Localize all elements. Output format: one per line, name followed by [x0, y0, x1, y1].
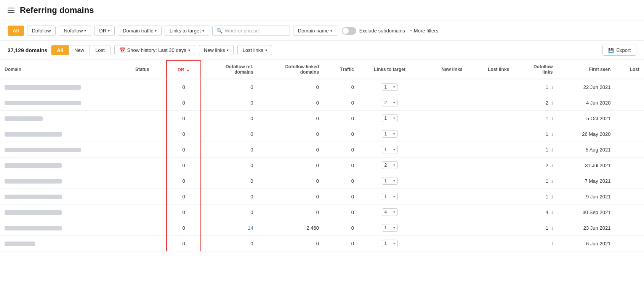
- first-seen-cell: 22 Jun 2021: [557, 79, 615, 95]
- menu-icon[interactable]: [8, 8, 14, 13]
- sort-arrow-icon: ▲: [186, 68, 190, 72]
- export-btn[interactable]: 💾 Export: [602, 45, 636, 56]
- links-to-target-cell: 1 ▾: [359, 173, 421, 189]
- new-links-cell: [421, 126, 467, 142]
- dofollow-linked-cell: 0: [258, 95, 324, 111]
- first-seen-cell: 23 Jun 2021: [557, 220, 615, 236]
- first-seen-cell: 4 Jun 2020: [557, 95, 615, 111]
- show-history-btn[interactable]: 📅 Show history: Last 30 days ▾: [114, 45, 195, 55]
- filter-links-to-target-btn[interactable]: Links to target ▾: [165, 26, 209, 36]
- info-icon[interactable]: ℹ: [551, 116, 553, 121]
- lost-links-cell: [467, 79, 514, 95]
- links-to-target-dropdown[interactable]: 1 ▾: [382, 130, 398, 138]
- traffic-cell: 0: [324, 189, 359, 205]
- domain-blur: [5, 101, 81, 105]
- domain-cell: [0, 173, 131, 189]
- dofollow-linked-cell: 0: [258, 142, 324, 158]
- col-dofollow-linked: Dofollow linkeddomains: [258, 60, 324, 79]
- first-seen-cell: 31 Jul 2021: [557, 158, 615, 173]
- exclude-subdomains-toggle[interactable]: [342, 27, 356, 35]
- dofollow-links-cell: 1 ℹ: [514, 111, 557, 126]
- dr-cell: 0: [167, 173, 201, 189]
- dofollow-ref-cell: 0: [201, 142, 258, 158]
- links-to-target-dropdown[interactable]: 2 ▾: [382, 99, 398, 106]
- domain-cell: [0, 79, 131, 95]
- info-icon[interactable]: ℹ: [551, 101, 553, 105]
- links-to-target-cell: 1 ▾: [359, 142, 421, 158]
- links-to-target-dropdown[interactable]: 4 ▾: [382, 208, 398, 216]
- domain-blur: [5, 210, 62, 215]
- links-to-target-cell: 2 ▾: [359, 95, 421, 111]
- chevron-down-icon: ▾: [393, 195, 395, 198]
- filter-dofollow-btn[interactable]: Dofollow: [27, 26, 56, 36]
- info-icon[interactable]: ℹ: [551, 132, 553, 137]
- links-to-target-dropdown[interactable]: 1 ▾: [382, 146, 398, 153]
- status-cell: [131, 142, 167, 158]
- dr-cell: 0: [167, 205, 201, 220]
- dofollow-ref-cell: 0: [201, 236, 258, 251]
- dofollow-links-cell: 2 ℹ: [514, 158, 557, 173]
- info-icon[interactable]: ℹ: [551, 148, 553, 152]
- tab-lost[interactable]: Lost: [90, 45, 110, 55]
- tab-new[interactable]: New: [69, 45, 90, 55]
- domain-blur: [5, 195, 62, 199]
- exclude-subdomains-toggle-container: Exclude subdomains: [342, 27, 405, 35]
- domain-name-filter-btn[interactable]: Domain name ▾: [293, 26, 337, 36]
- chevron-down-icon: ▾: [202, 29, 204, 33]
- status-cell: [131, 205, 167, 220]
- info-icon[interactable]: ℹ: [551, 242, 553, 246]
- chevron-down-icon: ▾: [393, 85, 395, 89]
- page-title: Referring domains: [20, 5, 94, 15]
- dofollow-links-cell: 4 ℹ: [514, 205, 557, 220]
- more-filters-btn[interactable]: + More filters: [410, 28, 439, 34]
- info-icon[interactable]: ℹ: [551, 226, 553, 230]
- dofollow-ref-cell: 0: [201, 158, 258, 173]
- dr-cell: 0: [167, 158, 201, 173]
- info-icon[interactable]: ℹ: [551, 85, 553, 90]
- chevron-down-icon: ▾: [393, 132, 395, 136]
- domain-blur: [5, 226, 62, 230]
- info-icon[interactable]: ℹ: [551, 163, 553, 168]
- info-icon[interactable]: ℹ: [551, 210, 553, 215]
- info-icon[interactable]: ℹ: [551, 179, 553, 184]
- new-links-cell: [421, 205, 467, 220]
- lost-links-cell: [467, 189, 514, 205]
- links-to-target-dropdown[interactable]: 1 ▾: [382, 83, 398, 91]
- lost-links-cell: [467, 142, 514, 158]
- links-to-target-cell: 1 ▾: [359, 236, 421, 251]
- search-input[interactable]: [225, 28, 286, 34]
- links-to-target-dropdown[interactable]: 2 ▾: [382, 161, 398, 169]
- links-to-target-dropdown[interactable]: 1 ▾: [382, 177, 398, 185]
- new-links-btn[interactable]: New links ▾: [199, 45, 234, 55]
- links-to-target-cell: 1 ▾: [359, 79, 421, 95]
- lost-links-btn[interactable]: Lost links ▾: [237, 45, 272, 55]
- chevron-down-icon: ▾: [108, 29, 110, 33]
- traffic-cell: 0: [324, 79, 359, 95]
- domain-cell: [0, 142, 131, 158]
- table-row: 0 14 2,460 0 1 ▾ 1 ℹ 23 Jun 2021: [0, 220, 644, 236]
- links-to-target-dropdown[interactable]: 1 ▾: [382, 193, 398, 200]
- chevron-down-icon: ▾: [393, 210, 395, 214]
- col-dr[interactable]: DR ▲: [167, 60, 201, 79]
- info-icon[interactable]: ℹ: [551, 195, 553, 199]
- dofollow-links-cell: ℹ: [514, 236, 557, 251]
- filter-all-btn[interactable]: All: [8, 26, 24, 36]
- first-seen-cell: 5 Oct 2021: [557, 111, 615, 126]
- filter-nofollow-btn[interactable]: Nofollow ▾: [59, 26, 91, 36]
- domain-cell: [0, 205, 131, 220]
- lost-links-cell: [467, 111, 514, 126]
- links-to-target-dropdown[interactable]: 1 ▾: [382, 114, 398, 122]
- tab-all[interactable]: All: [51, 45, 69, 55]
- filter-dr-btn[interactable]: DR ▾: [94, 26, 115, 36]
- table-row: 0 0 0 0 1 ▾ ℹ 6 Jun 2021: [0, 236, 644, 251]
- chevron-down-icon: ▾: [393, 179, 395, 183]
- links-to-target-cell: 1 ▾: [359, 126, 421, 142]
- links-to-target-dropdown[interactable]: 1 ▾: [382, 240, 398, 247]
- chevron-down-icon: ▾: [393, 101, 395, 105]
- links-to-target-dropdown[interactable]: 1 ▾: [382, 224, 398, 232]
- chevron-down-icon: ▾: [227, 48, 229, 52]
- dofollow-ref-cell: 0: [201, 111, 258, 126]
- header: Referring domains: [0, 0, 644, 21]
- lost-cell: [615, 205, 644, 220]
- filter-domain-traffic-btn[interactable]: Domain traffic ▾: [118, 26, 162, 36]
